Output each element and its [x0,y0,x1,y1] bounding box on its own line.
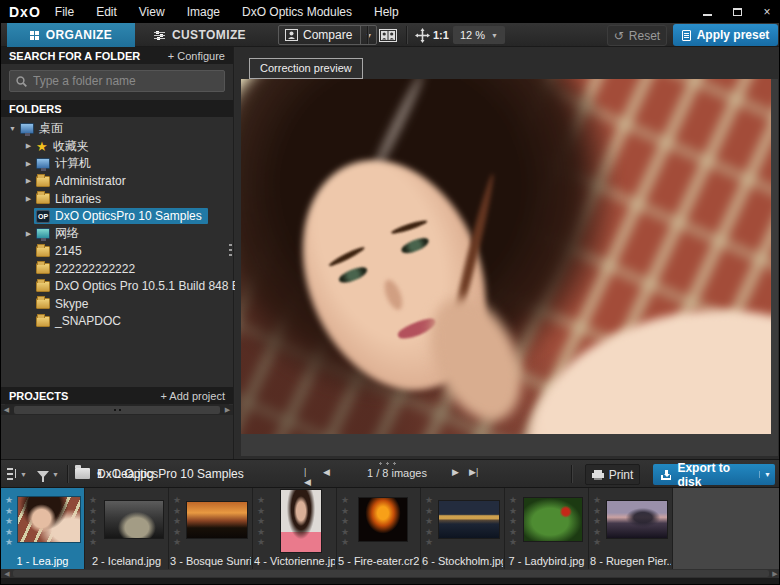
tree-item-libraries[interactable]: ▶ Libraries [1,190,233,208]
thumbnail-ruegen-pier[interactable]: ★★★★★ 8 - Ruegen Pier.... [589,488,673,569]
thumbnail-lea[interactable]: ★★★★★ 1 - Lea.jpg [1,488,85,569]
neck-shape [413,283,539,434]
hair-strand [446,172,497,341]
configure-link[interactable]: + Configure [168,50,225,62]
tree-item-222222222222[interactable]: 222222222222 [1,260,233,278]
folder-icon [36,281,50,292]
thumbnail-bosque-sunrise[interactable]: ★★★★★ 3 - Bosque Sunri... [169,488,253,569]
lighting-overlay [241,79,771,434]
folder-search-input[interactable] [33,74,218,88]
add-project-link[interactable]: + Add project [160,390,225,402]
reset-label: Reset [629,29,660,43]
pan-tool-button[interactable] [411,25,433,45]
tree-item-favorites[interactable]: ▶ ★收藏夹 [1,138,233,156]
export-dropdown-button[interactable]: ▼ [759,471,775,478]
expander-collapsed-icon[interactable]: ▶ [23,195,34,203]
sidebar-fill [1,415,233,459]
print-button[interactable]: Print [585,464,640,485]
filter-button[interactable]: ▼ [37,465,65,483]
brick-wall-background [241,79,771,434]
menu-image[interactable]: Image [187,5,220,19]
scroll-right-icon[interactable]: ▶ [222,406,233,414]
sidebar-splitter-handle[interactable] [229,244,233,256]
scroll-left-icon[interactable]: ◀ [1,569,13,578]
main-area: SEARCH FOR A FOLDER + Configure FOLDERS … [1,47,780,459]
rating-stars[interactable]: ★★★★★ [509,495,519,548]
rating-stars[interactable]: ★★★★★ [257,495,267,548]
thumbnail-fire-eater[interactable]: ★★★★★ 5 - Fire-eater.cr2 [337,488,421,569]
maximize-button[interactable] [731,5,743,19]
menu-edit[interactable]: Edit [96,5,117,19]
last-icon: ▶| [469,467,478,477]
menu-dxo-optics-modules[interactable]: DxO Optics Modules [242,5,352,19]
tree-item-network[interactable]: ▶ 网络 [1,225,233,243]
scrollbar-track[interactable] [13,570,769,577]
hair-highlight [368,79,427,178]
thumbnail-victorienne[interactable]: ★★★★★ 4 - Victorienne.jpg [253,488,337,569]
hair-shape [241,79,666,434]
compare-dropdown-button[interactable]: ▼ [360,26,376,44]
pan-arrows-icon [415,28,430,43]
scroll-left-icon[interactable]: ◀ [1,406,12,414]
scrollbar-thumb[interactable] [14,406,220,414]
menu-view[interactable]: View [139,5,165,19]
menu-help[interactable]: Help [374,5,399,19]
minimize-button[interactable] [701,5,713,19]
thumbnail-ladybird[interactable]: ★★★★★ 7 - Ladybird.jpg [505,488,589,569]
thumbnail-stockholm[interactable]: ★★★★★ 6 - Stockholm.jpg [421,488,505,569]
rating-stars[interactable]: ★★★★★ [89,495,99,548]
close-button[interactable]: × [761,5,773,19]
print-label: Print [609,468,634,482]
compare-button[interactable]: Compare [279,26,360,44]
libraries-folder-icon [36,193,50,204]
side-by-side-view-button[interactable] [375,25,401,45]
expander-expanded-icon[interactable]: ▼ [7,125,18,132]
expander-collapsed-icon[interactable]: ▶ [23,230,34,238]
tree-item-computer[interactable]: ▶ 计算机 [1,155,233,173]
titlebar: DxO File Edit View Image DxO Optics Modu… [1,1,780,23]
tree-item-snapdoc[interactable]: _SNAPDOC [1,313,233,331]
thumbnail-name: 5 - Fire-eater.cr2 [338,555,419,567]
next-image-button[interactable]: ▶ [452,467,459,477]
menu-file[interactable]: File [55,5,74,19]
filmstrip-resize-grip[interactable] [377,462,397,465]
zoom-one-to-one-button[interactable]: 1:1 [433,29,449,41]
tab-customize[interactable]: CUSTOMIZE [135,23,265,47]
export-main[interactable]: Export to disk [653,461,759,489]
reset-button[interactable]: ↺ Reset [607,25,667,46]
expander-collapsed-icon[interactable]: ▶ [23,177,34,185]
tree-item-2145[interactable]: 2145 [1,243,233,261]
toolbar-separator [367,26,368,44]
expander-collapsed-icon[interactable]: ▶ [23,142,34,150]
first-icon: |◀ [304,467,311,487]
apply-preset-button[interactable]: Apply preset [673,24,778,46]
rating-stars[interactable]: ★★★★★ [341,495,351,548]
filmstrip-scrollbar[interactable]: ◀ ▶ [1,569,780,578]
previous-image-button[interactable]: ◀ [323,467,330,477]
preview-photo[interactable] [241,79,771,434]
rating-stars[interactable]: ★★★★★ [593,495,603,548]
scroll-right-icon[interactable]: ▶ [769,569,780,578]
tree-item-dxo-samples[interactable]: OPDxO OpticsPro 10 Samples [1,208,233,226]
tree-item-administrator[interactable]: ▶ Administrator [1,173,233,191]
tree-item-skype[interactable]: Skype [1,295,233,313]
sort-button[interactable]: ▼ [7,465,35,483]
tab-organize[interactable]: ORGANIZE [7,23,135,47]
nose-shadow [381,277,406,312]
tree-item-dxo-elite[interactable]: DxO Optics Pro 10.5.1 Build 848 Elite (x… [1,278,233,296]
tree-item-desktop[interactable]: ▼ 桌面 [1,120,233,138]
window-controls: × [701,1,773,23]
thumbnail-image [18,497,80,542]
thumbnail-iceland[interactable]: ★★★★★ 2 - Iceland.jpg [85,488,169,569]
rating-stars[interactable]: ★★★★★ [425,495,435,548]
rating-stars[interactable]: ★★★★★ [5,495,15,548]
export-to-disk-button[interactable]: Export to disk ▼ [653,464,775,485]
folder-search-box [9,70,225,92]
computer-icon [36,158,50,169]
rating-stars[interactable]: ★★★★★ [173,495,183,548]
dxo-logo: DxO [9,4,41,20]
pathbar-separator [67,465,68,483]
zoom-level-select[interactable]: 12 % ▼ [453,26,505,44]
sidebar-horizontal-scrollbar[interactable]: ◀ ▶ [1,405,233,415]
expander-collapsed-icon[interactable]: ▶ [23,160,34,168]
